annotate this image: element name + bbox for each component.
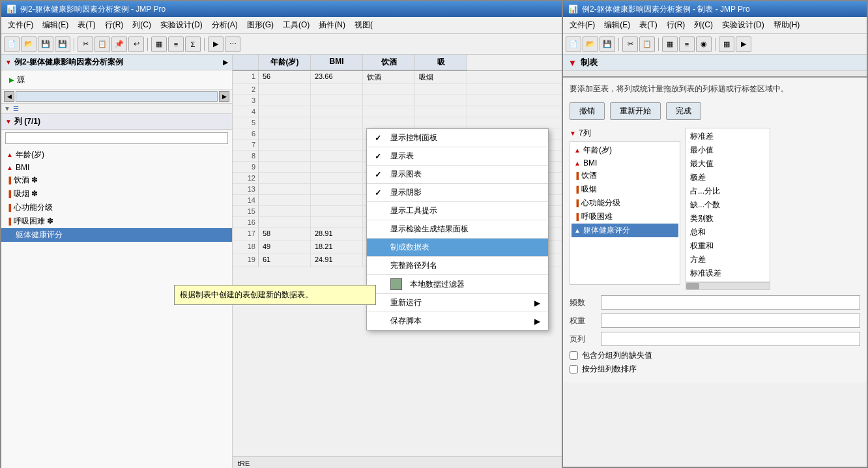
column-item-heart[interactable]: ▐ 心功能分级 — [1, 201, 232, 214]
second-menu-row[interactable]: 行(R) — [663, 18, 689, 32]
pivot-restart-btn[interactable]: 重新开始 — [610, 102, 661, 120]
second-toolbar-more1[interactable]: ▦ — [662, 37, 678, 52]
toolbar-save2[interactable]: 💾 — [55, 37, 70, 52]
col-header-bmi[interactable]: BMI — [311, 55, 363, 70]
column-item-body[interactable]: ▲ 躯体健康评分 — [1, 228, 232, 242]
menu-graph[interactable]: 图形(G) — [243, 18, 278, 32]
menu-view[interactable]: 视图( — [351, 18, 377, 32]
second-menu-col[interactable]: 列(C) — [690, 18, 717, 32]
second-toolbar-new[interactable]: 📄 — [566, 37, 581, 52]
pivot-col-drink[interactable]: ▐ 饮酒 — [571, 169, 678, 183]
col-header-age[interactable]: 年龄(岁) — [259, 55, 311, 70]
toolbar-script[interactable]: ▶ — [208, 37, 224, 52]
second-toolbar-cut[interactable]: ✂ — [622, 37, 638, 52]
toolbar-more[interactable]: ⋯ — [225, 37, 240, 52]
cell-3-bmi — [311, 95, 363, 106]
stat-sum[interactable]: 总和 — [687, 226, 768, 239]
stats-panel: 标准差 最小值 最大值 极差 占...分比 缺...个数 类别数 总和 权重和 … — [686, 128, 770, 290]
toolbar-save[interactable]: 💾 — [38, 37, 53, 52]
field-input-page[interactable] — [601, 332, 860, 346]
nav-left[interactable]: ◀ — [4, 91, 14, 102]
ctx-make-datatable[interactable]: 制成数据表 — [367, 239, 548, 257]
pivot-col-age[interactable]: ▲ 年龄(岁) — [571, 143, 678, 157]
menu-file[interactable]: 文件(F) — [4, 18, 37, 32]
second-menu-table[interactable]: 表(T) — [635, 18, 661, 32]
cell-5-bmi — [311, 117, 363, 128]
stat-wsum[interactable]: 权重和 — [687, 239, 768, 253]
ctx-save-script[interactable]: 保存脚本 ▶ — [367, 312, 548, 330]
second-toolbar-more4[interactable]: ▦ — [719, 37, 734, 52]
stat-ncats[interactable]: 类别数 — [687, 212, 768, 226]
second-toolbar-more2[interactable]: ≡ — [679, 37, 695, 52]
toolbar-new[interactable]: 📄 — [4, 37, 20, 52]
stat-max[interactable]: 最大值 — [687, 157, 768, 171]
second-toolbar-open[interactable]: 📂 — [583, 37, 598, 52]
toolbar-cols[interactable]: ▦ — [151, 37, 167, 52]
pivot-col-body[interactable]: ▲ 躯体健康评分 — [571, 224, 678, 237]
column-item-drink[interactable]: ▐ 饮酒 ✽ — [1, 173, 232, 187]
toolbar-undo[interactable]: ↩ — [128, 37, 144, 52]
stat-pct[interactable]: 占...分比 — [687, 184, 768, 198]
stat-std[interactable]: 标准差 — [687, 130, 768, 143]
menu-col[interactable]: 列(C) — [128, 18, 155, 32]
source-item[interactable]: ▶ 源 — [7, 73, 227, 87]
pivot-col-smoke[interactable]: ▐ 吸烟 — [571, 183, 678, 196]
column-item-breath[interactable]: ▐ 呼吸困难 ✽ — [1, 214, 232, 228]
stat-range[interactable]: 极差 — [687, 171, 768, 184]
ctx-show-results[interactable]: 显示检验生成结果面板 — [367, 220, 548, 239]
row-num-5: 5 — [233, 117, 259, 128]
second-menu-file[interactable]: 文件(F) — [566, 18, 599, 32]
project-header[interactable]: ▼ 例2-躯体健康影响因素分析案例 ▶ — [1, 55, 232, 70]
checkbox-sort[interactable] — [570, 365, 578, 373]
menu-edit[interactable]: 编辑(E) — [38, 18, 72, 32]
col-header-smoke[interactable]: 吸 — [415, 55, 467, 70]
stats-scrollbar[interactable] — [686, 282, 770, 290]
second-menu-help[interactable]: 帮助(H) — [770, 18, 804, 32]
menu-plugins[interactable]: 插件(N) — [315, 18, 349, 32]
column-item-smoke[interactable]: ▐ 吸烟 ✽ — [1, 187, 232, 201]
toolbar-open[interactable]: 📂 — [21, 37, 36, 52]
toolbar-paste[interactable]: 📌 — [111, 37, 127, 52]
menu-design[interactable]: 实验设计(D) — [156, 18, 207, 32]
menu-tools[interactable]: 工具(O) — [279, 18, 313, 32]
stat-min[interactable]: 最小值 — [687, 143, 768, 157]
second-toolbar-more5[interactable]: ▶ — [736, 37, 751, 52]
pivot-col-breath[interactable]: ▐ 呼吸困难 — [571, 210, 678, 224]
stat-var[interactable]: 方差 — [687, 253, 768, 267]
field-input-freq[interactable] — [601, 295, 860, 310]
ctx-show-shadow[interactable]: ✓ 显示阴影 — [367, 184, 548, 202]
ctx-rerun[interactable]: 重新运行 ▶ — [367, 294, 548, 312]
col-header-drink[interactable]: 饮酒 — [363, 55, 415, 70]
toolbar-summary[interactable]: Σ — [185, 37, 201, 52]
pivot-cancel-btn[interactable]: 撤销 — [570, 102, 605, 120]
column-item-bmi[interactable]: ▲ BMI — [1, 162, 232, 173]
second-menu-design[interactable]: 实验设计(D) — [718, 18, 768, 32]
menu-table[interactable]: 表(T) — [74, 18, 99, 32]
second-toolbar-more3[interactable]: ◉ — [696, 37, 712, 52]
toolbar-copy[interactable]: 📋 — [94, 37, 110, 52]
ctx-local-filter[interactable]: 本地数据过滤器 — [367, 275, 548, 294]
pivot-done-btn[interactable]: 完成 — [666, 102, 701, 120]
ctx-show-chart[interactable]: ✓ 显示图表 — [367, 166, 548, 184]
field-input-weight[interactable] — [601, 314, 860, 328]
pivot-col-bmi[interactable]: ▲ BMI — [571, 157, 678, 169]
menu-analysis[interactable]: 分析(A) — [208, 18, 242, 32]
second-menu-edit[interactable]: 编辑(E) — [600, 18, 634, 32]
second-toolbar-copy[interactable]: 📋 — [639, 37, 655, 52]
stat-missing[interactable]: 缺...个数 — [687, 198, 768, 212]
ctx-show-table[interactable]: ✓ 显示表 — [367, 147, 548, 166]
toolbar-cut[interactable]: ✂ — [78, 37, 93, 52]
col-icon-bmi: ▲ — [7, 164, 13, 171]
toolbar-rows[interactable]: ≡ — [168, 37, 184, 52]
nav-right[interactable]: ▶ — [219, 91, 229, 102]
pivot-col-heart[interactable]: ▐ 心功能分级 — [571, 196, 678, 210]
menu-row[interactable]: 行(R) — [101, 18, 128, 32]
stat-se[interactable]: 标准误差 — [687, 267, 768, 280]
column-item-age[interactable]: ▲ 年龄(岁) — [1, 148, 232, 162]
ctx-full-path[interactable]: 完整路径列名 — [367, 257, 548, 275]
ctx-show-tooltip[interactable]: 显示工具提示 — [367, 202, 548, 220]
second-toolbar-save[interactable]: 💾 — [600, 37, 615, 52]
ctx-show-panel[interactable]: ✓ 显示控制面板 — [367, 129, 548, 147]
checkbox-missing[interactable] — [570, 351, 578, 360]
column-search-input[interactable] — [5, 132, 228, 144]
